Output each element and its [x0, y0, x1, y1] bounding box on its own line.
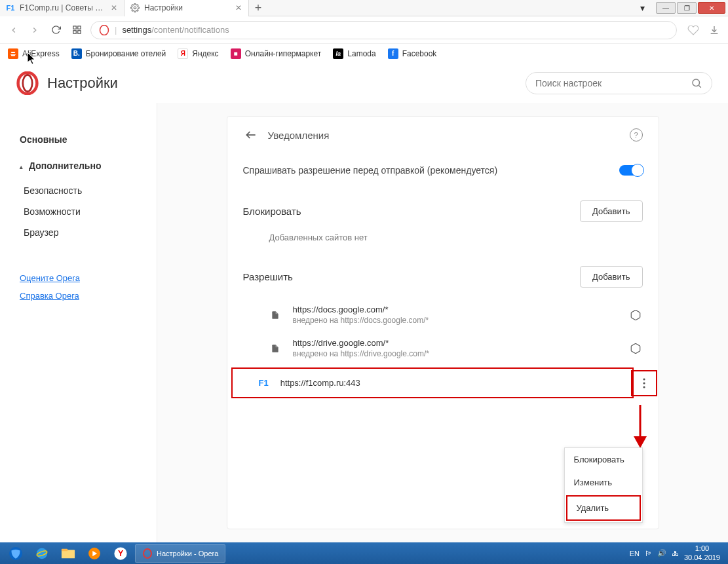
sidebar-item-advanced[interactable]: ▴Дополнительно: [20, 155, 157, 176]
svg-rect-20: [62, 550, 75, 558]
block-section: Блокировать Добавить Добавленных сайтов …: [227, 190, 659, 255]
tab-label: Настройки: [144, 3, 231, 12]
add-allow-button[interactable]: Добавить: [580, 266, 642, 288]
bookmark-heart-button[interactable]: [686, 23, 700, 37]
svg-point-26: [144, 549, 151, 558]
add-block-button[interactable]: Добавить: [580, 200, 642, 222]
bookmarks-bar: AliExpress B. Бронирование отелей Я Янде…: [0, 44, 728, 64]
block-section-title: Блокировать: [243, 206, 301, 217]
sidebar-link-help[interactable]: Справка Opera: [20, 287, 157, 305]
menu-item-edit[interactable]: Изменить: [565, 471, 642, 494]
sidebar-item-browser[interactable]: Браузер: [20, 222, 157, 243]
window-controls: ▾ — ❐ ✕: [640, 0, 728, 16]
speed-dial-button[interactable]: [69, 23, 84, 37]
search-settings-input[interactable]: [535, 78, 691, 88]
f1-favicon: F1: [259, 378, 269, 388]
search-icon: [691, 77, 702, 89]
svg-point-13: [643, 382, 645, 384]
tab-close-icon[interactable]: ✕: [109, 3, 119, 12]
favicon-f1: F1: [5, 3, 16, 13]
sidebar-link-rate[interactable]: Оцените Opera: [20, 269, 157, 287]
nav-reload-button[interactable]: [48, 23, 63, 37]
bookmark-aliexpress[interactable]: AliExpress: [8, 48, 60, 59]
ask-permission-label: Спрашивать разрешение перед отправкой (р…: [243, 165, 498, 176]
svg-point-9: [693, 79, 700, 86]
address-bar[interactable]: | settings/content/notifications: [90, 21, 677, 39]
settings-header: Настройки: [0, 64, 728, 103]
lamoda-icon: la: [333, 48, 343, 59]
opera-logo-icon: [16, 71, 39, 95]
bookmark-booking[interactable]: B. Бронирование отелей: [71, 48, 166, 59]
taskbar-explorer[interactable]: [55, 544, 81, 563]
menu-item-delete[interactable]: Удалить: [566, 495, 641, 521]
file-icon: [269, 343, 281, 354]
tab-menu-icon[interactable]: ▾: [640, 3, 655, 13]
settings-sidebar: Основные ▴Дополнительно Безопасность Воз…: [0, 103, 157, 542]
sidebar-item-basic[interactable]: Основные: [20, 129, 157, 150]
context-menu: Блокировать Изменить Удалить: [564, 447, 643, 523]
taskbar-yandex-browser[interactable]: Y: [107, 544, 134, 563]
minimize-button[interactable]: —: [656, 2, 676, 14]
downloads-button[interactable]: [707, 23, 721, 37]
gear-icon: [130, 3, 140, 13]
site-url: https://docs.google.com/*: [293, 305, 628, 314]
svg-marker-16: [634, 436, 647, 448]
taskbar-clock[interactable]: 1:00 30.04.2019: [684, 544, 720, 561]
main-area: Основные ▴Дополнительно Безопасность Воз…: [0, 103, 728, 542]
site-row-docs: https://docs.google.com/* внедрено на ht…: [227, 298, 659, 331]
bookmark-facebook[interactable]: f Facebook: [388, 48, 437, 59]
menu-item-block[interactable]: Блокировать: [565, 448, 642, 471]
tray-network-icon[interactable]: 🖧: [672, 550, 679, 557]
facebook-icon: f: [388, 48, 398, 59]
ask-permission-toggle[interactable]: [619, 165, 643, 176]
taskbar-opera-app[interactable]: Настройки - Opera: [135, 544, 225, 563]
site-more-button[interactable]: [631, 370, 657, 396]
bookmark-lamoda[interactable]: la Lamoda: [333, 48, 375, 59]
nav-back-button[interactable]: [7, 23, 21, 37]
tab-f1comp[interactable]: F1 F1Comp.ru | Советы и лайф ✕: [0, 0, 125, 16]
tab-settings[interactable]: Настройки ✕: [125, 0, 249, 16]
tab-strip: F1 F1Comp.ru | Советы и лайф ✕ Настройки…: [0, 0, 640, 16]
site-sub: внедрено на https://drive.google.com/*: [293, 349, 628, 358]
bookmark-hypermarket[interactable]: ■ Онлайн-гипермаркет: [231, 48, 322, 59]
tray-flag-icon[interactable]: 🏳: [645, 550, 652, 557]
taskbar-ie[interactable]: [29, 544, 55, 563]
site-row-f1comp: F1 https://f1comp.ru:443: [231, 367, 634, 398]
svg-line-10: [699, 85, 700, 87]
bookmark-yandex[interactable]: Я Яндекс: [178, 48, 218, 59]
annotation-arrow: [632, 405, 648, 451]
nav-bar: | settings/content/notifications: [0, 16, 728, 44]
new-tab-button[interactable]: +: [249, 0, 267, 16]
nav-forward-button[interactable]: [28, 23, 42, 37]
booking-icon: B.: [71, 48, 82, 59]
allow-section-title: Разрешить: [243, 271, 293, 282]
svg-point-8: [23, 75, 32, 91]
svg-point-14: [643, 386, 645, 388]
content-header: Уведомления ?: [227, 117, 659, 153]
taskbar-lang[interactable]: EN: [630, 550, 640, 557]
window-chrome: F1 F1Comp.ru | Советы и лайф ✕ Настройки…: [0, 0, 728, 16]
back-button[interactable]: [243, 127, 259, 143]
search-settings[interactable]: [526, 72, 712, 94]
maximize-button[interactable]: ❐: [677, 2, 697, 14]
sidebar-item-security[interactable]: Безопасность: [20, 180, 157, 201]
page-title: Настройки: [47, 75, 118, 92]
sidebar-item-features[interactable]: Возможности: [20, 201, 157, 222]
site-sub: внедрено на https://docs.google.com/*: [293, 316, 628, 325]
svg-text:Y: Y: [118, 549, 124, 558]
start-button[interactable]: [3, 544, 29, 563]
svg-point-0: [134, 7, 136, 9]
svg-rect-21: [62, 548, 67, 551]
taskbar-media-player[interactable]: [81, 544, 107, 563]
content-title: Уведомления: [268, 130, 330, 141]
extension-indicator-icon[interactable]: [628, 341, 643, 356]
yandex-icon: Я: [178, 48, 188, 59]
help-button[interactable]: ?: [630, 128, 643, 141]
site-row-drive: https://drive.google.com/* внедрено на h…: [227, 331, 659, 365]
close-window-button[interactable]: ✕: [698, 2, 725, 14]
svg-rect-2: [77, 26, 80, 29]
site-url: https://f1comp.ru:443: [280, 378, 360, 388]
extension-indicator-icon[interactable]: [628, 308, 643, 322]
tray-volume-icon[interactable]: 🔊: [657, 549, 666, 557]
tab-close-icon[interactable]: ✕: [234, 3, 243, 12]
